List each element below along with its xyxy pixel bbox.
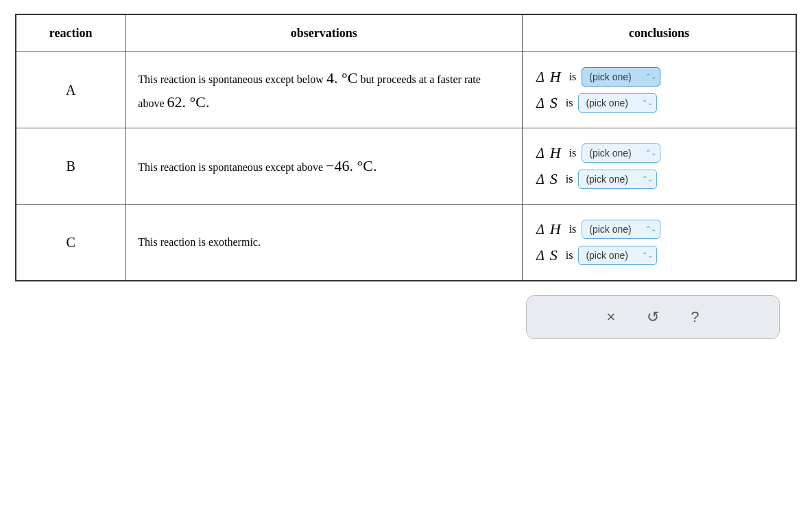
dH-select-wrapper-b[interactable]: (pick one) positive (+) negative (−) zer… bbox=[582, 143, 660, 163]
dH-select-wrapper-a[interactable]: (pick one) positive (+) negative (−) zer… bbox=[582, 67, 660, 86]
help-button[interactable]: ? bbox=[685, 305, 704, 329]
reset-button[interactable]: ↺ bbox=[641, 305, 665, 329]
close-button[interactable]: × bbox=[601, 305, 621, 329]
observation-a: This reaction is spontaneous except belo… bbox=[126, 52, 523, 128]
dS-select-a[interactable]: (pick one) positive (+) negative (−) zer… bbox=[578, 93, 657, 113]
conclusions-a: ΔH is (pick one) positive (+) negative (… bbox=[523, 52, 797, 128]
reaction-label-b: B bbox=[16, 128, 126, 205]
main-table: reaction observations conclusions A This… bbox=[15, 14, 797, 281]
dH-select-b[interactable]: (pick one) positive (+) negative (−) zer… bbox=[582, 143, 660, 163]
dS-select-b[interactable]: (pick one) positive (+) negative (−) zer… bbox=[578, 170, 657, 189]
page-content: reaction observations conclusions A This… bbox=[15, 14, 797, 339]
dS-row-a: ΔS is (pick one) positive (+) negative (… bbox=[536, 93, 782, 113]
dS-select-wrapper-a[interactable]: (pick one) positive (+) negative (−) zer… bbox=[578, 93, 657, 113]
dH-select-wrapper-c[interactable]: (pick one) positive (+) negative (−) zer… bbox=[582, 220, 660, 239]
dH-select-c[interactable]: (pick one) positive (+) negative (−) zer… bbox=[582, 220, 660, 239]
dS-select-wrapper-b[interactable]: (pick one) positive (+) negative (−) zer… bbox=[578, 170, 657, 189]
table-row: C This reaction is exothermic. ΔH is (pi… bbox=[16, 205, 796, 281]
dH-select-a[interactable]: (pick one) positive (+) negative (−) zer… bbox=[582, 67, 660, 86]
table-row: A This reaction is spontaneous except be… bbox=[16, 52, 796, 128]
dH-row-c: ΔH is (pick one) positive (+) negative (… bbox=[536, 220, 782, 239]
reaction-label-a: A bbox=[16, 52, 126, 128]
reaction-label-c: C bbox=[16, 205, 126, 281]
dS-select-wrapper-c[interactable]: (pick one) positive (+) negative (−) zer… bbox=[578, 246, 657, 265]
table-row: B This reaction is spontaneous except ab… bbox=[16, 128, 796, 205]
dH-row-b: ΔH is (pick one) positive (+) negative (… bbox=[536, 143, 782, 163]
header-reaction: reaction bbox=[16, 14, 126, 52]
header-conclusions: conclusions bbox=[523, 14, 797, 52]
observation-b: This reaction is spontaneous except abov… bbox=[126, 128, 523, 205]
dS-row-c: ΔS is (pick one) positive (+) negative (… bbox=[536, 246, 782, 265]
header-observations: observations bbox=[126, 14, 523, 52]
conclusions-c: ΔH is (pick one) positive (+) negative (… bbox=[523, 205, 797, 281]
dH-row-a: ΔH is (pick one) positive (+) negative (… bbox=[536, 67, 782, 86]
dS-row-b: ΔS is (pick one) positive (+) negative (… bbox=[536, 170, 782, 189]
toolbar: × ↺ ? bbox=[526, 295, 780, 339]
dS-select-c[interactable]: (pick one) positive (+) negative (−) zer… bbox=[578, 246, 657, 265]
observation-c: This reaction is exothermic. bbox=[126, 205, 523, 281]
conclusions-b: ΔH is (pick one) positive (+) negative (… bbox=[523, 128, 797, 205]
